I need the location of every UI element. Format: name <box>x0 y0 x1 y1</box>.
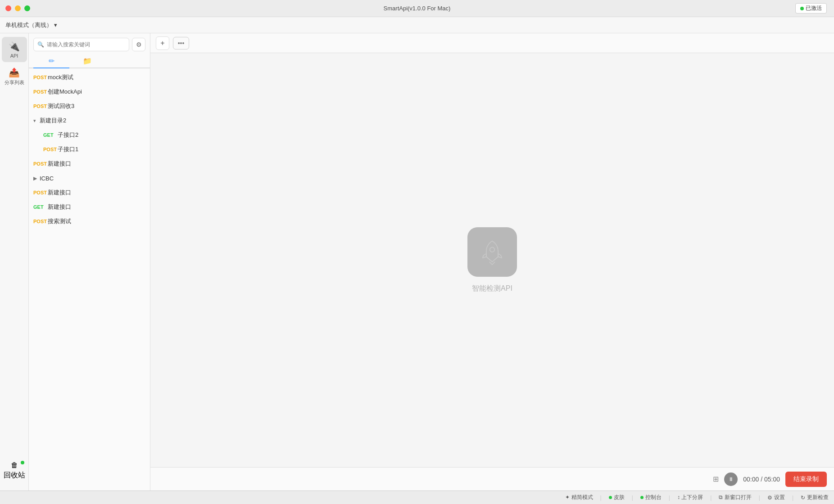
method-badge: POST <box>33 219 48 224</box>
time-current: 00:00 <box>743 476 759 483</box>
minimize-button[interactable] <box>15 5 21 11</box>
status-label: 控制台 <box>645 494 662 501</box>
method-badge: POST <box>33 75 48 80</box>
search-box[interactable]: 🔍 <box>33 38 129 51</box>
activated-dot <box>800 7 804 10</box>
grid-icon[interactable]: ⊞ <box>713 475 719 483</box>
status-label: 皮肤 <box>614 494 625 501</box>
search-icon: 🔍 <box>37 41 44 48</box>
window-title: SmartApi(v1.0.0 For Mac) <box>384 5 451 12</box>
sidebar-item-recycle[interactable]: 🗑 回收站 <box>2 458 27 483</box>
list-item[interactable]: GET 子接口2 ••• <box>29 128 150 142</box>
status-item-update[interactable]: ↻ 更新检查 <box>801 494 829 501</box>
status-item-settings[interactable]: ⚙ 设置 <box>767 494 785 501</box>
share-icon: 📤 <box>9 67 20 78</box>
pause-button[interactable]: ⏸ <box>724 472 738 486</box>
api-item-name: 新建接口 <box>48 189 136 197</box>
main-toolbar: + ••• <box>150 33 834 53</box>
console-dot <box>640 496 644 499</box>
main-area: 智能检测API <box>150 53 834 467</box>
status-label: ↕ 上下分屏 <box>677 494 703 501</box>
folder-arrow-icon: ▾ <box>33 118 40 124</box>
rocket-illustration <box>476 236 508 268</box>
top-bar: 单机模式（离线） ▾ <box>0 17 834 33</box>
status-item-jianmo[interactable]: ✦ 精简模式 <box>565 494 593 501</box>
method-badge: POST <box>33 89 48 94</box>
maximize-button[interactable] <box>24 5 30 11</box>
api-item-name: 新建接口 <box>48 203 136 211</box>
folder-more-button[interactable]: ••• <box>136 117 145 125</box>
recycle-icon: 🗑 <box>11 461 18 469</box>
method-badge: POST <box>33 161 48 166</box>
add-tab-button[interactable]: + <box>156 36 169 50</box>
status-label: ⧉ 新窗口打开 <box>719 494 751 501</box>
folder-add-button[interactable]: + <box>129 174 135 183</box>
status-label: 更新检查 <box>807 494 829 501</box>
mode-label: 单机模式（离线） <box>5 21 52 29</box>
list-item[interactable]: POST 新建接口 ••• <box>29 185 150 200</box>
more-icon: ••• <box>178 40 185 47</box>
api-item-name: 搜索测试 <box>48 217 136 225</box>
api-item-name: mock测试 <box>48 73 136 81</box>
status-item-split[interactable]: ↕ 上下分屏 <box>677 494 703 501</box>
icon-sidebar: 🔌 API 📤 分享列表 🗑 回收站 <box>0 33 29 490</box>
method-badge: POST <box>43 147 58 152</box>
title-bar: SmartApi(v1.0.0 For Mac) 已激活 <box>0 0 834 17</box>
list-item[interactable]: POST 创建MockApi ••• <box>29 85 150 99</box>
api-item-name: 新建接口 <box>48 160 136 168</box>
title-bar-right: 已激活 <box>795 3 827 14</box>
list-item[interactable]: POST mock测试 ••• <box>29 70 150 85</box>
main-content: + ••• 智能检测API ⊞ ⏸ <box>150 33 834 490</box>
mode-selector[interactable]: 单机模式（离线） ▾ <box>5 21 57 29</box>
sidebar-bottom: 🗑 回收站 <box>2 458 27 483</box>
panel-settings-button[interactable]: ⚙ <box>132 38 145 51</box>
folder-icon: 📁 <box>83 57 92 65</box>
api-item-name: 测试回收3 <box>48 102 136 110</box>
folder-more-button[interactable]: ••• <box>136 174 145 183</box>
list-item[interactable]: GET 新建接口 ••• <box>29 200 150 214</box>
api-list: POST mock测试 ••• POST 创建MockApi ••• POST … <box>29 68 150 490</box>
recycle-label: 回收站 <box>4 471 25 480</box>
pen-icon: ✏ <box>49 57 54 65</box>
list-item[interactable]: POST 测试回收3 ••• <box>29 99 150 113</box>
method-badge: POST <box>33 104 48 109</box>
tab-folder[interactable]: 📁 <box>69 54 105 68</box>
share-label: 分享列表 <box>5 79 24 86</box>
list-item[interactable]: POST 子接口1 ••• <box>29 142 150 157</box>
search-input[interactable] <box>47 41 125 48</box>
api-item-name: 子接口1 <box>58 145 136 153</box>
list-item[interactable]: POST 搜索测试 ••• <box>29 214 150 229</box>
main-hint-text: 智能检测API <box>472 284 512 293</box>
status-label: ✦ 精简模式 <box>565 494 593 501</box>
sidebar-item-share[interactable]: 📤 分享列表 <box>2 64 27 89</box>
tab-pen[interactable]: ✏ <box>33 54 69 68</box>
status-item-console[interactable]: 控制台 <box>640 494 662 501</box>
status-item-skin[interactable]: 皮肤 <box>609 494 625 501</box>
activated-label: 已激活 <box>806 4 822 12</box>
folder-arrow-icon: ▶ <box>33 176 40 181</box>
time-total: 05:00 <box>764 476 780 483</box>
end-recording-button[interactable]: 结束录制 <box>785 472 827 487</box>
folder-item[interactable]: ▶ ICBC + ••• <box>29 171 150 185</box>
time-separator: / <box>761 476 764 483</box>
api-icon: 🔌 <box>9 41 20 52</box>
method-badge: GET <box>33 204 48 210</box>
status-item-newwindow[interactable]: ⧉ 新窗口打开 <box>719 494 751 501</box>
folder-name: 新建目录2 <box>40 117 129 125</box>
folder-item[interactable]: ▾ 新建目录2 + ••• <box>29 113 150 128</box>
close-button[interactable] <box>5 5 11 11</box>
sidebar-item-api[interactable]: 🔌 API <box>2 37 27 62</box>
folder-add-button[interactable]: + <box>129 117 135 125</box>
window-controls <box>5 5 30 11</box>
recycle-notification-dot <box>21 461 24 464</box>
search-area: 🔍 ⚙ <box>29 33 150 51</box>
activated-badge[interactable]: 已激活 <box>795 3 827 14</box>
more-tabs-button[interactable]: ••• <box>173 37 189 50</box>
update-icon: ↻ <box>801 495 805 501</box>
skin-dot <box>609 496 612 499</box>
rocket-icon-container <box>467 227 517 277</box>
list-item[interactable]: POST 新建接口 ••• <box>29 157 150 171</box>
method-badge: POST <box>33 190 48 195</box>
pause-icon: ⏸ <box>728 476 734 482</box>
plus-icon: + <box>160 39 164 47</box>
